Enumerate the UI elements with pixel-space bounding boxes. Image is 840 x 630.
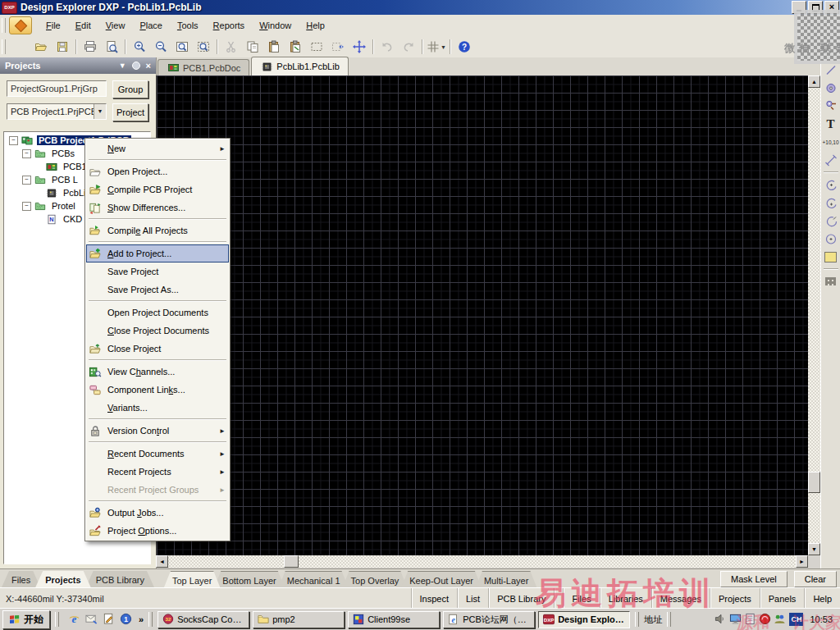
preview-button[interactable] [101,37,122,57]
panel-tab-projects[interactable]: Projects [35,571,90,587]
tray-antivirus[interactable] [759,613,771,627]
scroll-right-icon[interactable]: ► [796,555,808,568]
menu-item-project-options[interactable]: Project Options... [86,522,229,540]
task-button-client[interactable]: Client99se [348,611,440,628]
redo-button[interactable] [398,37,419,57]
quick-launch-dialer[interactable]: 1 [119,612,132,627]
circle-tool-button[interactable] [822,230,840,248]
restore-button[interactable] [808,1,823,14]
undo-button[interactable] [377,37,398,57]
arc-any-tool-button[interactable] [822,212,840,230]
panel-button-list[interactable]: List [457,588,488,609]
menu-item-recent-projects[interactable]: Recent Projects► [86,463,229,481]
panel-tab-files[interactable]: Files [2,571,40,587]
pad-tool-button[interactable] [822,79,840,97]
menu-view[interactable]: View [98,18,133,34]
menu-place[interactable]: Place [132,18,170,34]
open-button[interactable] [30,37,52,57]
tree-expander-icon[interactable]: − [22,149,31,158]
panel-button-inspect[interactable]: Inspect [411,588,457,609]
scroll-up-icon[interactable]: ▲ [808,75,820,88]
vertical-scroll-thumb[interactable] [808,472,820,493]
group-button[interactable]: Group [112,80,148,98]
task-button-dxp-task[interactable]: DXPDesign Explorer ... [538,611,630,628]
menu-item-add-to-project[interactable]: Add to Project... [86,244,229,262]
task-button-folder-task[interactable]: pmp2 [253,611,345,628]
mask-level-button[interactable]: Mask Level [720,571,788,587]
dropdown-arrow-icon[interactable]: ▼ [441,44,446,50]
doc-tab-pcb1.pcbdoc[interactable]: PCB1.PcbDoc [158,59,249,75]
layer-tab-multi-layer[interactable]: Multi-Layer [476,571,536,587]
quick-launch-overflow-chevron[interactable]: » [139,614,144,624]
taskbar-grip[interactable] [148,612,153,627]
copy-button[interactable] [242,37,263,57]
grid-button[interactable]: ▼ [426,37,447,57]
select-dropdown-icon[interactable]: ▼ [94,104,106,119]
menu-reports[interactable]: Reports [206,18,253,34]
fill-tool-button[interactable] [822,248,840,266]
cut-button[interactable] [221,37,242,57]
menu-item-close-project-documents[interactable]: Close Project Documents [86,322,229,340]
project-group-field[interactable]: ProjectGroup1.PrjGrp [7,80,107,97]
quick-launch-mail[interactable] [84,612,98,627]
paste-button[interactable] [263,37,285,57]
panel-button-libraries[interactable]: Libraries [600,588,651,609]
taskbar-grip[interactable] [667,612,671,627]
panel-button-help[interactable]: Help [804,588,840,609]
menu-item-component-links[interactable]: Component Links... [86,381,229,399]
layer-tab-bottom-layer[interactable]: Bottom Layer [214,571,284,587]
pcb-editor-canvas[interactable] [156,75,808,555]
menu-edit[interactable]: Edit [68,18,98,34]
menu-item-new[interactable]: New► [86,139,229,158]
quick-launch-write[interactable] [102,612,115,627]
menu-item-output-jobs[interactable]: Output Jobs... [86,504,229,522]
scroll-down-icon[interactable]: ▼ [808,543,820,555]
panel-close-icon[interactable]: × [146,61,151,71]
line-tool-button[interactable] [822,61,840,79]
layer-tab-top-overlay[interactable]: Top Overlay [343,571,408,587]
toolbar-grip[interactable] [2,18,6,33]
array-tool-button[interactable] [822,272,840,290]
doc-tab-pcblib1.pcblib[interactable]: PcbLib1.PcbLib [251,57,348,75]
move-button[interactable] [349,37,370,57]
task-button-sockscap[interactable]: 32SocksCap Control [158,611,249,628]
taskbar-grip[interactable] [55,612,59,627]
tray-display[interactable] [729,613,742,627]
menu-item-recent-documents[interactable]: Recent Documents► [86,445,229,463]
menu-tools[interactable]: Tools [170,18,206,34]
menu-item-variants[interactable]: Variants... [86,399,229,417]
menu-help[interactable]: Help [299,18,332,34]
arc-center-tool-button[interactable] [822,176,840,194]
zoom-out-button[interactable] [150,37,171,57]
menu-item-open-project-documents[interactable]: Open Project Documents [86,304,229,322]
tray-document[interactable] [744,613,756,627]
dimension-tool-button[interactable] [822,151,840,169]
deselect-button[interactable] [327,37,349,57]
project-select[interactable]: PCB Project1.PrjPCB ▼ [7,103,107,120]
close-button[interactable]: × [824,1,839,14]
panel-button-messages[interactable]: Messages [651,588,710,609]
menu-item-save-project-as[interactable]: Save Project As... [86,281,229,299]
new-button[interactable] [9,37,30,57]
menu-item-recent-project-groups[interactable]: Recent Project Groups► [86,481,229,499]
menu-item-compile-all-projects[interactable]: Compile All Projects [86,221,229,240]
panel-button-pcb-library[interactable]: PCB Library [488,588,554,609]
menu-item-open-project[interactable]: Open Project... [86,162,229,180]
scroll-left-icon[interactable]: ◄ [156,555,168,568]
menu-item-close-project[interactable]: Close Project [86,340,229,358]
toolbar-grip[interactable] [2,39,6,54]
address-toolbar-label[interactable]: 地址 [644,614,662,626]
menu-item-compile-pcb-project[interactable]: Compile PCB Project [86,180,229,199]
taskbar-clock[interactable]: 10:53 [806,614,838,624]
paste-special-button[interactable] [285,37,306,57]
arc-edge-tool-button[interactable] [822,194,840,212]
menu-window[interactable]: Window [252,18,299,34]
select-rect-button[interactable] [306,37,327,57]
layer-tab-mechanical-1[interactable]: Mechanical 1 [279,571,349,587]
tree-expander-icon[interactable]: − [22,202,31,211]
string-tool-button[interactable]: T [822,115,840,133]
layer-tab-keep-out-layer[interactable]: Keep-Out Layer [401,571,482,587]
ime-indicator[interactable]: CH [789,613,803,626]
tray-users[interactable] [774,613,786,627]
menu-item-version-control[interactable]: Version Control► [86,422,229,440]
